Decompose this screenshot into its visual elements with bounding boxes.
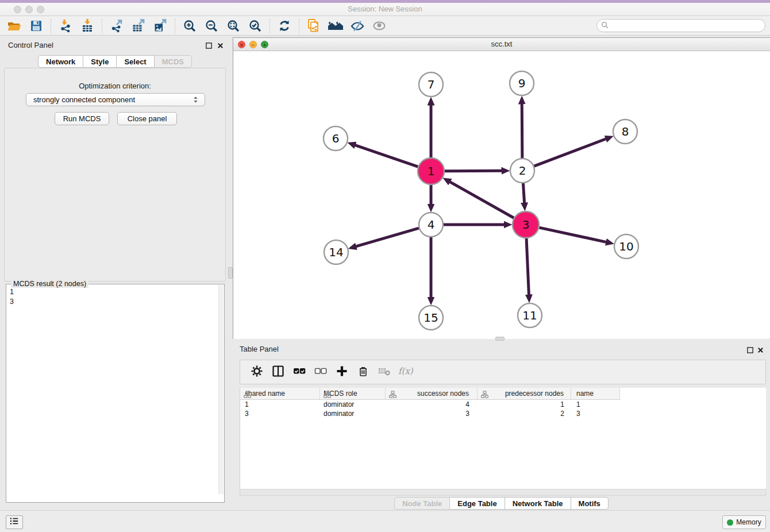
table-row[interactable]: 1dominator411 xyxy=(240,400,766,409)
select-checks-button[interactable] xyxy=(288,364,310,381)
gear-button[interactable] xyxy=(246,364,267,381)
app-title: Session: New Session xyxy=(0,3,770,16)
table-cell[interactable]: 2 xyxy=(478,409,571,418)
table-cell[interactable]: 3 xyxy=(240,409,320,418)
memory-button[interactable]: Memory xyxy=(722,515,766,529)
graph-node-1[interactable]: 1 xyxy=(418,158,444,184)
tab-motifs[interactable]: Motifs xyxy=(571,497,609,510)
graph-node-11[interactable]: 11 xyxy=(518,303,542,327)
network-view-window: × − + scc.txt 7968124314101511 xyxy=(233,37,770,339)
refresh-button[interactable] xyxy=(274,17,295,34)
table-cell[interactable]: dominator xyxy=(320,409,386,418)
network-minimize-icon[interactable]: − xyxy=(249,41,257,48)
edge-3-1[interactable] xyxy=(450,182,514,218)
tab-style[interactable]: Style xyxy=(83,55,117,68)
save-icon xyxy=(29,19,43,33)
network-close-icon[interactable]: × xyxy=(238,41,245,48)
run-mcds-button[interactable]: Run MCDS xyxy=(55,112,109,125)
task-history-button[interactable] xyxy=(6,515,23,529)
open-folder-button[interactable] xyxy=(3,17,25,34)
edge-3-11[interactable] xyxy=(526,238,529,295)
zoom-in-button[interactable] xyxy=(179,17,201,34)
tab-mcds[interactable]: MCDS xyxy=(155,55,192,68)
edge-4-14[interactable] xyxy=(356,228,419,246)
app-minimize-button[interactable] xyxy=(25,6,33,13)
edge-1-6[interactable] xyxy=(355,145,418,167)
column-header-MCDS-role[interactable]: MCDS role xyxy=(320,388,386,400)
column-header-shared-name[interactable]: shared name xyxy=(240,388,320,400)
table-cell[interactable]: 4 xyxy=(386,400,478,409)
graph-node-10[interactable]: 10 xyxy=(614,234,638,259)
split-columns-button[interactable] xyxy=(267,364,288,381)
table-row[interactable]: 3dominator323 xyxy=(240,409,766,418)
column-label: name xyxy=(576,390,594,398)
close-icon[interactable] xyxy=(217,41,224,49)
import-table-button[interactable] xyxy=(76,17,98,34)
graph-node-3[interactable]: 3 xyxy=(513,211,539,238)
save-button[interactable] xyxy=(25,17,47,34)
graph-node-4[interactable]: 4 xyxy=(419,213,443,237)
delete-table-button xyxy=(374,364,395,381)
trash-button[interactable] xyxy=(352,364,374,381)
column-header-name[interactable]: name xyxy=(571,388,620,400)
close-panel-button[interactable]: Close panel xyxy=(117,112,177,125)
horizontal-splitter-handle[interactable] xyxy=(495,337,505,341)
float-window-icon[interactable] xyxy=(746,346,754,353)
close-icon[interactable] xyxy=(757,346,764,353)
table-cell[interactable]: 1 xyxy=(571,400,620,409)
table-cell[interactable]: 1 xyxy=(240,400,320,409)
tab-network[interactable]: Network xyxy=(38,55,83,68)
network-graph[interactable]: 7968124314101511 xyxy=(233,51,769,339)
export-image-button[interactable] xyxy=(149,17,171,34)
add-button[interactable] xyxy=(331,364,352,381)
tab-node-table[interactable]: Node Table xyxy=(394,497,450,510)
edge-2-8[interactable] xyxy=(534,139,606,166)
export-network-button[interactable] xyxy=(106,17,128,34)
graph-node-2[interactable]: 2 xyxy=(510,159,534,183)
network-canvas[interactable]: 7968124314101511 xyxy=(233,51,769,339)
table-cell[interactable]: 1 xyxy=(478,400,571,409)
column-header-predecessor-nodes[interactable]: predecessor nodes xyxy=(478,388,571,400)
clear-checks-button[interactable] xyxy=(310,364,331,381)
houses-button[interactable] xyxy=(325,17,346,34)
toolbar-separator xyxy=(299,18,299,33)
edge-2-3[interactable] xyxy=(523,183,524,203)
graph-node-8[interactable]: 8 xyxy=(613,119,637,144)
criterion-select[interactable]: strongly connected component xyxy=(26,93,205,106)
app-close-button[interactable] xyxy=(14,6,21,13)
export-network-icon xyxy=(110,19,124,33)
graph-node-9[interactable]: 9 xyxy=(510,71,534,95)
network-zoom-icon[interactable]: + xyxy=(261,41,268,48)
tab-edge-table[interactable]: Edge Table xyxy=(450,497,505,510)
mcds-result-title: MCDS result (2 nodes) xyxy=(11,280,88,288)
search-box[interactable] xyxy=(596,19,765,32)
float-window-icon[interactable] xyxy=(205,41,213,49)
graph-node-15[interactable]: 15 xyxy=(419,306,443,330)
hide-details-button[interactable] xyxy=(346,17,368,34)
column-type-icon xyxy=(481,390,488,402)
vertical-splitter-handle[interactable] xyxy=(228,267,233,279)
zoom-selected-button[interactable] xyxy=(244,17,266,34)
tab-network-table[interactable]: Network Table xyxy=(505,497,571,510)
zoom-out-button[interactable] xyxy=(201,17,222,34)
table-cell[interactable]: 3 xyxy=(386,409,478,418)
app-zoom-button[interactable] xyxy=(37,6,44,13)
clone-network-button[interactable] xyxy=(303,17,325,34)
mcds-result-text[interactable]: 1 3 xyxy=(10,287,14,307)
edge-3-10[interactable] xyxy=(539,228,606,242)
table-hscrollbar[interactable] xyxy=(240,489,766,496)
export-table-button[interactable] xyxy=(128,17,149,34)
zoom-fit-button[interactable] xyxy=(222,17,244,34)
tab-select[interactable]: Select xyxy=(117,55,154,68)
search-input[interactable] xyxy=(609,22,752,30)
graph-node-14[interactable]: 14 xyxy=(324,240,348,264)
column-header-successor-nodes[interactable]: successor nodes xyxy=(386,388,478,400)
edge-1-2[interactable] xyxy=(445,171,502,171)
graph-node-6[interactable]: 6 xyxy=(324,126,348,151)
result-scrollbar[interactable] xyxy=(218,285,224,494)
edge-2-9[interactable] xyxy=(522,104,522,158)
zoom-in-icon xyxy=(183,19,197,33)
table-cell[interactable]: 3 xyxy=(571,409,620,418)
import-network-button[interactable] xyxy=(55,17,76,34)
graph-node-7[interactable]: 7 xyxy=(419,72,443,97)
